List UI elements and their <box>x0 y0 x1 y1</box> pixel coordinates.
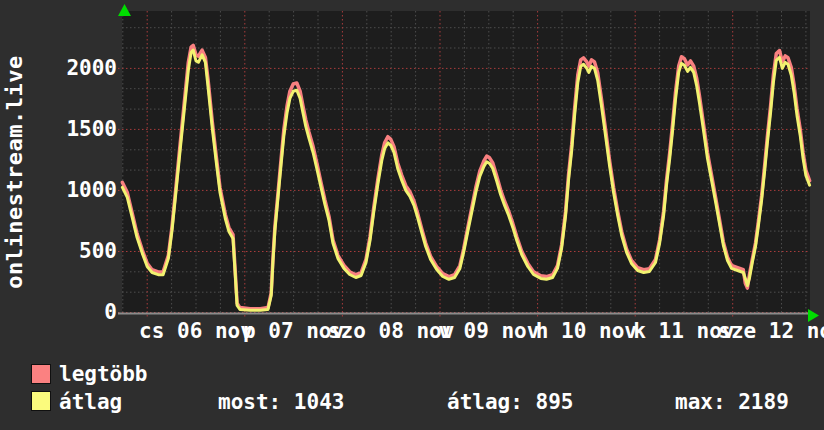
y-tick-label-2000: 2000 <box>0 58 117 79</box>
x-tick-label: szo 08 nov <box>328 321 454 342</box>
x-tick-label: h 10 nov <box>536 321 637 342</box>
series-line-legtobb <box>122 45 809 309</box>
stat-most: most: 1043 <box>218 391 344 413</box>
y-tick-label-0: 0 <box>0 302 117 323</box>
y-axis-arrow-icon <box>118 4 131 16</box>
x-tick-label: v 09 nov <box>438 321 539 342</box>
stat-atlag: átlag: 895 <box>447 391 573 413</box>
y-tick-label-500: 500 <box>0 241 117 262</box>
y-tick-label-1500: 1500 <box>0 119 117 140</box>
legend-label-legtobb: legtöbb <box>59 363 148 385</box>
y-tick-label-1000: 1000 <box>0 180 117 201</box>
rrd-graph: onlinestream.live 0500100015002000 cs 06… <box>0 0 824 430</box>
stat-max: max: 2189 <box>675 391 789 413</box>
x-tick-label: sze 12 nov <box>718 321 824 342</box>
legend-label-atlag: átlag <box>59 391 122 413</box>
legend-swatch-legtobb <box>31 364 51 384</box>
x-tick-label: cs 06 nov <box>139 321 253 342</box>
legend-swatch-atlag <box>31 391 51 411</box>
